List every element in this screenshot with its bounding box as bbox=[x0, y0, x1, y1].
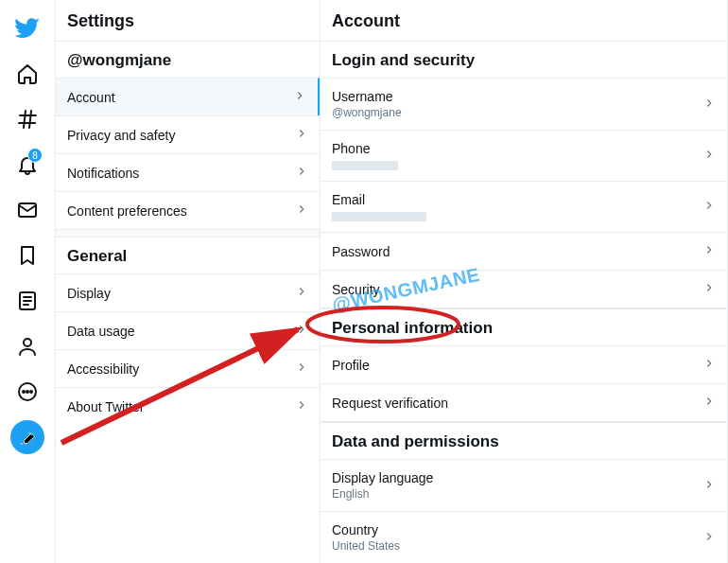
annotation-overlay bbox=[0, 0, 728, 563]
svg-point-7 bbox=[307, 308, 459, 342]
svg-line-8 bbox=[61, 329, 298, 443]
